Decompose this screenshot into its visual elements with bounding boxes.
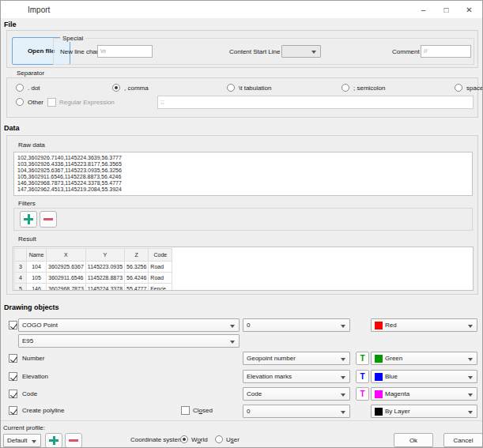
filters-label: Filters — [18, 200, 36, 207]
row-number: 5 — [15, 284, 27, 292]
cell-name: 105 — [27, 273, 47, 284]
elevation-label: Elevation — [22, 373, 48, 380]
radio-dot[interactable] — [16, 84, 24, 92]
cogo-layer-dropdown[interactable]: 0 — [243, 318, 350, 332]
radio-tabulation[interactable] — [227, 84, 235, 92]
cancel-button[interactable]: Cancel — [443, 433, 483, 447]
radio-other-label: Other — [28, 99, 43, 106]
add-profile-button[interactable] — [45, 433, 62, 448]
text-icon: T — [360, 390, 364, 398]
cogo-point-type-dropdown[interactable]: COGO Point — [18, 318, 240, 332]
cogo-color-value: Red — [385, 322, 397, 329]
new-line-char-input[interactable]: \n — [97, 45, 153, 58]
plus-icon — [46, 434, 62, 447]
row-number: 3 — [15, 262, 27, 273]
raw-data-line: 104,3602925.6367,1145223.0935,56.3256 — [17, 168, 472, 174]
elevation-checkbox[interactable] — [9, 372, 17, 381]
chevron-down-icon — [468, 325, 473, 328]
title-bar: Import – □ ✕ — [1, 1, 482, 18]
chevron-down-icon — [468, 376, 473, 379]
profile-dropdown[interactable]: Default — [3, 434, 41, 447]
table-row[interactable]: 5 146 3602968.7873 1145224.3378 55.4777 … — [15, 284, 172, 292]
radio-user-label: User — [226, 436, 240, 443]
cell-code: Road — [149, 273, 172, 284]
elevation-field-value: Elevation marks — [247, 373, 292, 380]
cell-x: 3602911.6546 — [47, 273, 86, 284]
radio-dot-label: . dot — [28, 85, 40, 92]
file-group: Open file Special New line char \n Conte… — [6, 30, 478, 68]
create-polyline-label: Create polyline — [22, 407, 64, 414]
chevron-down-icon — [341, 358, 345, 361]
comment-input[interactable]: // — [421, 45, 471, 58]
radio-world[interactable] — [180, 435, 188, 443]
regular-expression-checkbox[interactable] — [47, 98, 56, 107]
ok-button[interactable]: Ok — [394, 433, 433, 447]
raw-data-line: 147,3602962.4513,1145219.2084,55.3924 — [17, 186, 472, 193]
close-icon[interactable]: ✕ — [458, 1, 481, 18]
create-polyline-checkbox[interactable] — [9, 406, 17, 415]
separator-other-input[interactable]: ;; — [157, 96, 474, 109]
elevation-text-style-button[interactable]: T — [356, 370, 369, 383]
radio-other[interactable] — [16, 98, 24, 106]
chevron-down-icon — [230, 341, 235, 344]
polyline-color-dropdown[interactable]: By Layer — [371, 405, 477, 418]
chevron-down-icon — [311, 51, 316, 54]
add-filter-button[interactable] — [20, 211, 37, 228]
polyline-layer-dropdown[interactable]: 0 — [243, 405, 350, 418]
number-color-dropdown[interactable]: Green — [371, 352, 477, 365]
remove-filter-button[interactable] — [40, 211, 57, 228]
minimize-icon[interactable]: – — [412, 1, 435, 18]
radio-semicolon-label: ; semicolon — [353, 85, 385, 92]
cogo-color-dropdown[interactable]: Red — [371, 318, 477, 332]
text-icon: T — [360, 354, 364, 363]
radio-comma[interactable] — [112, 84, 120, 92]
radio-comma-label: , comma — [124, 85, 149, 92]
cogo-point-checkbox[interactable] — [9, 321, 17, 329]
radio-tabulation-label: \t tabulation — [239, 85, 271, 92]
point-style-value: E95 — [22, 337, 33, 344]
remove-profile-button[interactable] — [65, 433, 82, 448]
elevation-field-dropdown[interactable]: Elevation marks — [243, 370, 350, 383]
col-header — [15, 249, 27, 262]
current-profile-label: Current profile: — [3, 424, 45, 431]
radio-semicolon[interactable] — [341, 84, 349, 92]
elevation-color-dropdown[interactable]: Blue — [371, 370, 477, 383]
color-swatch-magenta — [375, 390, 383, 398]
number-checkbox[interactable] — [9, 354, 17, 363]
polyline-layer-value: 0 — [247, 408, 250, 415]
result-table: Name X Y Z Code 3 104 3602925.6367 11452… — [14, 248, 172, 291]
col-header-z: Z — [125, 249, 149, 262]
chevron-down-icon — [468, 393, 473, 397]
color-swatch-green — [375, 355, 383, 363]
chevron-down-icon — [230, 325, 235, 328]
footer-divider — [1, 420, 483, 421]
table-row[interactable]: 4 105 3602911.6546 1145228.8873 56.4246 … — [15, 273, 172, 284]
radio-space[interactable] — [455, 84, 462, 92]
regular-expression-label: Regular Expression — [59, 99, 115, 106]
window-title: Import — [28, 6, 50, 14]
table-row[interactable]: 3 104 3602925.6367 1145223.0935 56.3256 … — [15, 262, 172, 273]
closed-checkbox[interactable] — [181, 406, 190, 415]
maximize-icon[interactable]: □ — [435, 1, 458, 18]
row-number: 4 — [15, 273, 27, 284]
content-start-line-dropdown[interactable] — [281, 45, 321, 58]
raw-data-textarea[interactable]: 102,3602926.7140,1145224.3639,56.3777 10… — [13, 152, 473, 196]
polyline-color-value: By Layer — [385, 408, 410, 415]
result-label: Result — [18, 235, 36, 243]
data-group: Raw data 102,3602926.7140,1145224.3639,5… — [6, 135, 478, 295]
code-text-style-button[interactable]: T — [356, 387, 369, 401]
radio-user[interactable] — [215, 435, 223, 443]
color-swatch-black — [375, 408, 383, 416]
code-field-dropdown[interactable]: Code — [243, 387, 350, 401]
radio-world-label: World — [191, 436, 208, 443]
point-style-dropdown[interactable]: E95 — [18, 334, 240, 348]
comment-label: Comment — [392, 48, 420, 55]
new-line-char-label: New line char — [60, 48, 98, 55]
code-color-dropdown[interactable]: Magenta — [371, 387, 477, 401]
col-header-y: Y — [85, 249, 124, 262]
code-checkbox[interactable] — [9, 390, 17, 398]
code-color-value: Magenta — [385, 390, 409, 397]
number-text-style-button[interactable]: T — [356, 352, 369, 365]
number-field-dropdown[interactable]: Geopoint number — [243, 352, 350, 365]
chevron-down-icon — [468, 358, 473, 361]
